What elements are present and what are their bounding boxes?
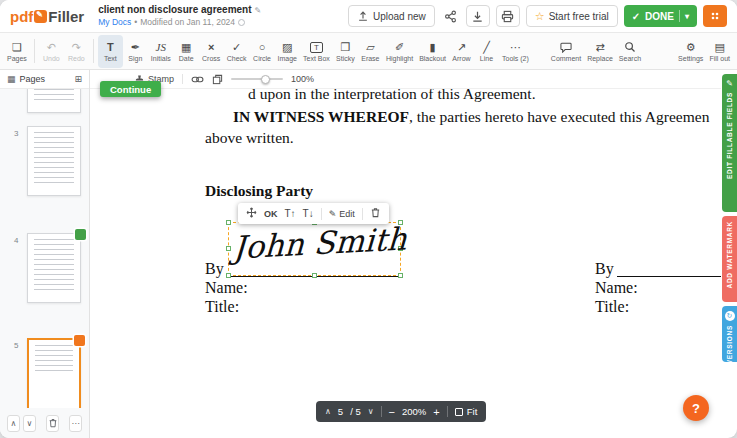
resize-handle[interactable]: [312, 273, 317, 278]
breadcrumb-my-docs[interactable]: My Docs: [98, 17, 131, 28]
tool-highlight[interactable]: ✐ Highlight: [383, 35, 416, 68]
name-label-right: Name:: [595, 279, 638, 297]
above-written-text: above written.: [205, 129, 294, 147]
page-thumbnail-5-selected[interactable]: [27, 338, 81, 408]
add-watermark-tab[interactable]: ADD WATERMARK: [722, 216, 737, 302]
apps-grid-button[interactable]: [703, 5, 727, 27]
tool-undo[interactable]: ↶ Undo: [39, 35, 64, 68]
resize-handle[interactable]: [226, 246, 231, 251]
page-up-button[interactable]: ∧: [7, 415, 20, 432]
move-handle[interactable]: [246, 207, 257, 220]
font-size-down-button[interactable]: T↓: [303, 208, 314, 219]
circle-icon: ○: [259, 41, 266, 54]
tool-redo[interactable]: ↷ Redo: [64, 35, 89, 68]
logo-icon: [34, 10, 47, 23]
undo-icon: ↶: [47, 41, 56, 54]
page-number: 4: [14, 236, 18, 245]
ok-button[interactable]: OK: [264, 209, 278, 219]
tool-erase[interactable]: ▱ Erase: [358, 35, 383, 68]
upload-icon: [357, 10, 369, 22]
print-button[interactable]: [496, 5, 520, 27]
versions-tab[interactable]: ↻ VERSIONS: [722, 306, 737, 362]
resize-handle[interactable]: [226, 273, 231, 278]
signature-text[interactable]: John Smith: [232, 220, 408, 265]
tool-initials[interactable]: JS Initials: [148, 35, 174, 68]
done-button[interactable]: ✓ DONE ▾: [624, 5, 697, 27]
page-thumbnail-3[interactable]: [27, 126, 81, 196]
document-canvas[interactable]: Stamp 100% d upon in the interpretation …: [90, 70, 721, 438]
pdffiller-logo[interactable]: pdf Filler: [10, 8, 84, 25]
share-button[interactable]: [441, 5, 460, 27]
tool-check[interactable]: ✓ Check: [224, 35, 250, 68]
tool-more-tools[interactable]: ⋯ Tools (2): [499, 35, 532, 68]
pages-grid-icon: ▦: [7, 74, 16, 84]
page-thumbnail-partial[interactable]: [27, 89, 81, 113]
modified-date: Modified on Jan 11, 2024: [140, 17, 235, 28]
tool-sign[interactable]: ✒ Sign: [123, 35, 148, 68]
download-button[interactable]: [466, 5, 490, 27]
tool-settings[interactable]: ⚙ Settings: [675, 35, 706, 68]
continue-button[interactable]: Continue: [100, 81, 161, 97]
search-icon: [624, 41, 636, 53]
tool-replace[interactable]: ⇄ Replace: [584, 35, 616, 68]
more-page-actions-button[interactable]: ⋯: [69, 415, 82, 432]
edit-fillable-fields-label: EDIT FILLABLE FIELDS: [726, 92, 733, 179]
apps-grid-icon: [709, 10, 721, 22]
edit-signature-button[interactable]: ✎ Edit: [329, 209, 355, 219]
tool-blackout[interactable]: ▮ Blackout: [416, 35, 449, 68]
current-page[interactable]: 5: [338, 406, 343, 417]
page-thumbnail-4[interactable]: [27, 233, 81, 303]
delete-page-button[interactable]: [46, 415, 59, 432]
page-down-button[interactable]: ∨: [23, 415, 36, 432]
tool-date[interactable]: ▦ Date: [174, 35, 199, 68]
thumbnail-controls: ∧ ∨ ⋯: [0, 408, 89, 438]
signature-selection-box[interactable]: John Smith: [228, 222, 401, 276]
tool-search[interactable]: Search: [616, 35, 644, 68]
witness-rest: , the parties hereto have executed this …: [409, 108, 709, 125]
previous-page-button[interactable]: ∧: [325, 407, 331, 416]
zoom-out-button[interactable]: −: [389, 406, 395, 418]
zoom-slider[interactable]: [231, 78, 283, 80]
next-page-button[interactable]: ∨: [368, 407, 374, 416]
tool-sticky[interactable]: ❒ Sticky: [333, 35, 358, 68]
comment-icon: [560, 42, 572, 53]
line-icon: ╱: [483, 41, 490, 54]
copy-button[interactable]: [212, 74, 223, 85]
edits-badge: [74, 335, 85, 346]
pages-panel-title: Pages: [20, 74, 46, 84]
zoom-in-button[interactable]: +: [433, 406, 439, 418]
tool-cross[interactable]: × Cross: [199, 35, 224, 68]
resize-handle[interactable]: [226, 220, 231, 225]
disclosing-party-heading: Disclosing Party: [205, 182, 313, 200]
resize-handle[interactable]: [398, 273, 403, 278]
logo-text-pdf: pdf: [10, 8, 33, 25]
tool-image[interactable]: ▨ Image: [275, 35, 300, 68]
tool-comment[interactable]: Comment: [548, 35, 584, 68]
editor-toolbar: ❏ Pages ↶ Undo ↷ Redo T Text ✒ Sign JS I…: [0, 33, 737, 70]
zoom-slider-knob[interactable]: [261, 75, 270, 84]
tool-fill-out[interactable]: ▤ Fill out: [706, 35, 733, 68]
tool-text-box[interactable]: T Text Box: [300, 35, 333, 68]
upload-new-button[interactable]: Upload new: [348, 5, 435, 27]
tool-text[interactable]: T Text: [98, 35, 123, 68]
start-free-trial-label: Start free trial: [549, 11, 609, 22]
font-size-up-button[interactable]: T↑: [285, 208, 296, 219]
edit-label: Edit: [339, 209, 355, 219]
edit-fillable-fields-tab[interactable]: ✎ EDIT FILLABLE FIELDS: [722, 74, 737, 212]
tool-circle[interactable]: ○ Circle: [250, 35, 275, 68]
link-button[interactable]: [191, 75, 204, 84]
start-free-trial-button[interactable]: ☆ Start free trial: [526, 5, 618, 27]
help-button[interactable]: ?: [683, 395, 709, 421]
tool-line[interactable]: ╱ Line: [474, 35, 499, 68]
add-page-icon[interactable]: ⊞: [74, 74, 82, 84]
signature-toolbar-divider: [321, 208, 322, 220]
witness-bold: IN WITNESS WHEREOF: [233, 108, 409, 125]
fit-button[interactable]: Fit: [455, 406, 478, 417]
rename-icon[interactable]: ✎: [255, 6, 262, 16]
fill-out-icon: ▤: [714, 41, 724, 54]
delete-signature-button[interactable]: [370, 207, 381, 220]
zoom-level: 200%: [402, 406, 426, 417]
tool-pages[interactable]: ❏ Pages: [4, 35, 30, 68]
done-caret-icon[interactable]: ▾: [685, 12, 689, 21]
tool-arrow[interactable]: ↗ Arrow: [449, 35, 474, 68]
